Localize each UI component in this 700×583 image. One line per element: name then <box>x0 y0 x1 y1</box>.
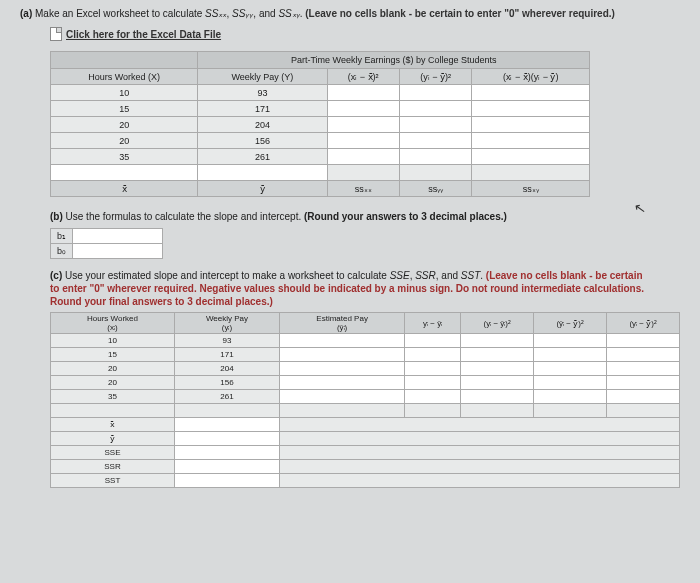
ta-inp[interactable] <box>399 85 471 101</box>
slope-intercept-table: b₁ b₀ <box>50 228 163 259</box>
tc-inp[interactable] <box>175 460 280 474</box>
b1-row: b₁ <box>51 229 163 244</box>
tc-inp[interactable] <box>606 362 679 376</box>
tc-inp[interactable] <box>175 474 280 488</box>
tc-xbar: x̄ <box>51 418 680 432</box>
excel-link-row: Click here for the Excel Data File <box>50 27 680 41</box>
ta-inp[interactable] <box>472 85 590 101</box>
tc-h5: (yᵢ − ŷᵢ)² <box>461 313 534 334</box>
ta-s4: ssᵧᵧ <box>399 181 471 197</box>
tc-inp[interactable] <box>534 334 607 348</box>
ta-x: 20 <box>51 117 198 133</box>
b1-input[interactable] <box>73 229 163 244</box>
table-row: 15171 <box>51 348 680 362</box>
ta-h3: (xᵢ − x̄)² <box>327 69 399 85</box>
document-icon <box>50 27 62 41</box>
tc-inp[interactable] <box>405 376 461 390</box>
ta-inp[interactable] <box>327 149 399 165</box>
tc-inp[interactable] <box>405 390 461 404</box>
ta-inp[interactable] <box>327 85 399 101</box>
ta-inp[interactable] <box>51 165 198 181</box>
b0-input[interactable] <box>73 244 163 259</box>
ta-y: 93 <box>198 85 327 101</box>
tc-inp[interactable] <box>606 390 679 404</box>
ta-inp[interactable] <box>327 101 399 117</box>
tc-inp[interactable] <box>606 348 679 362</box>
pc-t1: Use your estimated slope and intercept t… <box>65 270 390 281</box>
table-row: 1093 <box>51 85 590 101</box>
pa-bold: (Leave no cells blank - be certain to en… <box>305 8 615 19</box>
ta-inp[interactable] <box>327 133 399 149</box>
table-a: Part-Time Weekly Earnings ($) by College… <box>50 51 590 197</box>
mouse-cursor: ↖ <box>633 199 648 217</box>
ta-inp[interactable] <box>472 149 590 165</box>
excel-data-link[interactable]: Click here for the Excel Data File <box>66 29 221 40</box>
table-row: 20156 <box>51 376 680 390</box>
ta-x: 15 <box>51 101 198 117</box>
table-row-blank <box>51 404 680 418</box>
ta-inp[interactable] <box>399 101 471 117</box>
part-a-prompt: (a) Make an Excel worksheet to calculate… <box>20 8 680 19</box>
tc-y: 171 <box>175 348 280 362</box>
ta-y: 171 <box>198 101 327 117</box>
ta-inp[interactable] <box>399 149 471 165</box>
b1-label: b₁ <box>51 229 73 244</box>
tc-inp[interactable] <box>279 376 404 390</box>
tc-inp[interactable] <box>279 390 404 404</box>
tc-inp[interactable] <box>279 362 404 376</box>
ta-inp[interactable] <box>399 133 471 149</box>
ta-y: 204 <box>198 117 327 133</box>
tc-inp[interactable] <box>461 376 534 390</box>
ta-body: 1093 15171 20204 20156 35261 x̄ ȳ ssₓₓ s… <box>51 85 590 197</box>
ta-x: 10 <box>51 85 198 101</box>
pa-ssxx: SSₓₓ <box>205 8 226 19</box>
pc-ssr: SSR <box>415 270 436 281</box>
tc-inp[interactable] <box>461 362 534 376</box>
tc-inp[interactable] <box>405 362 461 376</box>
tc-inp[interactable] <box>606 376 679 390</box>
ta-h2: Weekly Pay (Y) <box>198 69 327 85</box>
pc-label: (c) <box>50 270 65 281</box>
ta-inp[interactable] <box>399 117 471 133</box>
ta-inp[interactable] <box>472 117 590 133</box>
tc-y: 204 <box>175 362 280 376</box>
tc-inp[interactable] <box>175 446 280 460</box>
ta-s5: ssₓᵧ <box>472 181 590 197</box>
part-a-label: (a) <box>20 8 35 19</box>
tc-inp[interactable] <box>461 348 534 362</box>
tc-inp[interactable] <box>405 348 461 362</box>
tc-inp[interactable] <box>279 334 404 348</box>
tc-h7: (yᵢ − ȳ)² <box>606 313 679 334</box>
tc-sst: SST <box>51 474 680 488</box>
tc-s5: SST <box>51 474 175 488</box>
ta-inp[interactable] <box>198 165 327 181</box>
tc-inp[interactable] <box>534 376 607 390</box>
pa-ssxy: SSₓᵧ <box>278 8 299 19</box>
tc-inp[interactable] <box>461 334 534 348</box>
ta-s3: ssₓₓ <box>327 181 399 197</box>
ta-inp[interactable] <box>472 133 590 149</box>
tc-inp[interactable] <box>534 362 607 376</box>
ta-s1: x̄ <box>51 181 198 197</box>
tc-inp[interactable] <box>534 348 607 362</box>
tc-s2: ȳ <box>51 432 175 446</box>
pb-bold: (Round your answers to 3 decimal places.… <box>304 211 507 222</box>
ta-inp[interactable] <box>472 101 590 117</box>
tc-inp[interactable] <box>534 390 607 404</box>
tc-inp[interactable] <box>405 334 461 348</box>
tc-inp[interactable] <box>175 432 280 446</box>
ta-inp[interactable] <box>327 117 399 133</box>
pb-label: (b) <box>50 211 66 222</box>
table-row: 35261 <box>51 390 680 404</box>
pa-t1: Make an Excel worksheet to calculate <box>35 8 205 19</box>
tc-inp[interactable] <box>175 418 280 432</box>
tc-inp[interactable] <box>461 390 534 404</box>
tc-inp[interactable] <box>279 348 404 362</box>
tc-s3: SSE <box>51 446 175 460</box>
part-b-prompt: (b) Use the formulas to calculate the sl… <box>50 211 680 222</box>
pc-sse: SSE <box>390 270 410 281</box>
tc-ssr: SSR <box>51 460 680 474</box>
tc-inp[interactable] <box>606 334 679 348</box>
table-row: 20204 <box>51 362 680 376</box>
ta-h5: (xᵢ − x̄)(yᵢ − ȳ) <box>472 69 590 85</box>
